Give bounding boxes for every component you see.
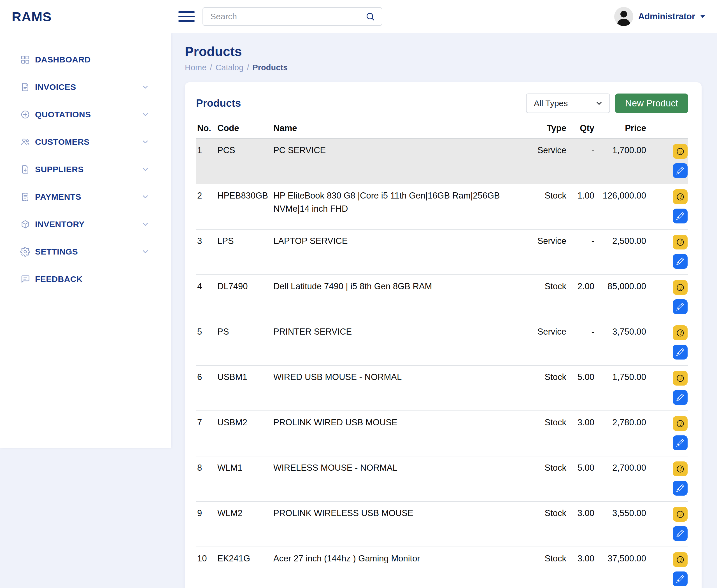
row-price: 1,750.00 [594, 365, 646, 411]
row-type: Stock [524, 456, 566, 502]
edit-button[interactable] [673, 571, 688, 586]
people-icon [20, 137, 30, 147]
sidebar-item-dashboard[interactable]: DASHBOARD [0, 46, 171, 74]
pencil-icon [676, 258, 684, 265]
table-header-row: No. Code Name Type Qty Price [196, 123, 688, 139]
info-button[interactable]: i [673, 235, 688, 250]
row-code: HPEB830GB [216, 184, 272, 229]
row-actions: i [646, 320, 688, 365]
sidebar-item-quotations[interactable]: QUOTATIONS [0, 101, 171, 128]
sidebar-item-invoices[interactable]: INVOICES [0, 74, 171, 101]
col-code: Code [216, 123, 272, 139]
topbar: RAMS Administrator [0, 0, 717, 33]
sidebar-item-settings[interactable]: SETTINGS [0, 238, 171, 266]
row-name: WIRELESS MOUSE - NORMAL [272, 456, 524, 502]
sidebar-item-customers[interactable]: CUSTOMERS [0, 128, 171, 156]
row-price: 126,000.00 [594, 184, 646, 229]
gear-icon [20, 247, 30, 257]
table-row: 7 USBM2 PROLINK WIRED USB MOUSE Stock 3.… [196, 411, 688, 456]
type-filter-select[interactable]: All Types [526, 93, 610, 113]
edit-button[interactable] [673, 435, 688, 450]
row-actions: i [646, 502, 688, 547]
edit-button[interactable] [673, 254, 688, 269]
pencil-icon [676, 212, 684, 220]
chevron-down-icon [141, 110, 149, 119]
info-button[interactable]: i [673, 416, 688, 431]
info-button[interactable]: i [673, 371, 688, 385]
row-name: HP EliteBook 830 G8 |Core i5 11th Gen|16… [272, 184, 524, 229]
row-no: 5 [196, 320, 216, 365]
table-row: 6 USBM1 WIRED USB MOUSE - NORMAL Stock 5… [196, 365, 688, 411]
row-no: 6 [196, 365, 216, 411]
sidebar-item-suppliers[interactable]: SUPPLIERS [0, 156, 171, 183]
chevron-down-icon [141, 165, 149, 174]
edit-button[interactable] [673, 481, 688, 496]
receipt-icon [20, 192, 30, 202]
row-no: 3 [196, 229, 216, 275]
table-row: 3 LPS LAPTOP SERVICE Service - 2,500.00 … [196, 229, 688, 275]
plus-circle-icon [20, 109, 30, 120]
row-code: LPS [216, 229, 272, 275]
table-row: 4 DL7490 Dell Latitude 7490 | i5 8th Gen… [196, 275, 688, 320]
info-icon: i [676, 192, 685, 201]
row-no: 4 [196, 275, 216, 320]
pencil-icon [676, 303, 684, 311]
col-price: Price [594, 123, 646, 139]
chevron-down-icon [141, 220, 149, 229]
sidebar-item-inventory[interactable]: INVENTORY [0, 211, 171, 238]
sidebar: DASHBOARD INVOICES QUOTATIONS CUSTOMERS … [0, 33, 171, 448]
brand-logo[interactable]: RAMS [12, 9, 52, 24]
chat-icon [20, 274, 30, 284]
svg-text:i: i [679, 239, 681, 245]
user-name: Administrator [638, 12, 695, 22]
new-product-button[interactable]: New Product [615, 93, 688, 113]
info-button[interactable]: i [673, 280, 688, 295]
edit-button[interactable] [673, 209, 688, 224]
menu-toggle-icon[interactable] [178, 10, 195, 23]
row-actions: i [646, 275, 688, 320]
row-no: 10 [196, 547, 216, 588]
breadcrumb-current: Products [252, 63, 288, 72]
sidebar-item-feedback[interactable]: FEEDBACK [0, 266, 171, 293]
breadcrumb: Home / Catalog / Products [185, 63, 717, 72]
svg-text:i: i [679, 511, 681, 517]
col-name: Name [272, 123, 524, 139]
row-name: LAPTOP SERVICE [272, 229, 524, 275]
info-icon: i [676, 147, 685, 156]
info-button[interactable]: i [673, 189, 688, 204]
edit-button[interactable] [673, 526, 688, 541]
row-qty: - [566, 320, 594, 365]
pencil-icon [676, 348, 684, 356]
info-button[interactable]: i [673, 144, 688, 159]
row-price: 2,700.00 [594, 456, 646, 502]
info-icon: i [676, 374, 685, 383]
row-type: Stock [524, 502, 566, 547]
breadcrumb-home[interactable]: Home [185, 63, 206, 72]
user-menu[interactable]: Administrator [614, 7, 706, 26]
edit-button[interactable] [673, 390, 688, 405]
row-code: USBM2 [216, 411, 272, 456]
search-input[interactable] [203, 8, 382, 25]
edit-button[interactable] [673, 299, 688, 314]
row-qty: 5.00 [566, 456, 594, 502]
edit-button[interactable] [673, 163, 688, 178]
row-code: PS [216, 320, 272, 365]
info-button[interactable]: i [673, 552, 688, 567]
row-code: PCS [216, 139, 272, 184]
type-filter-value: All Types [534, 99, 568, 108]
edit-button[interactable] [673, 345, 688, 359]
main-content: Products Home / Catalog / Products Produ… [171, 33, 717, 588]
row-name: PC SERVICE [272, 139, 524, 184]
avatar [614, 7, 633, 26]
row-type: Service [524, 229, 566, 275]
sidebar-item-payments[interactable]: PAYMENTS [0, 183, 171, 211]
breadcrumb-catalog[interactable]: Catalog [216, 63, 243, 72]
row-code: WLM1 [216, 456, 272, 502]
row-qty: 3.00 [566, 411, 594, 456]
chevron-down-icon [141, 193, 149, 201]
page-title: Products [185, 44, 717, 59]
file-download-icon [20, 164, 30, 174]
info-button[interactable]: i [673, 461, 688, 476]
info-button[interactable]: i [673, 507, 688, 522]
info-button[interactable]: i [673, 326, 688, 340]
